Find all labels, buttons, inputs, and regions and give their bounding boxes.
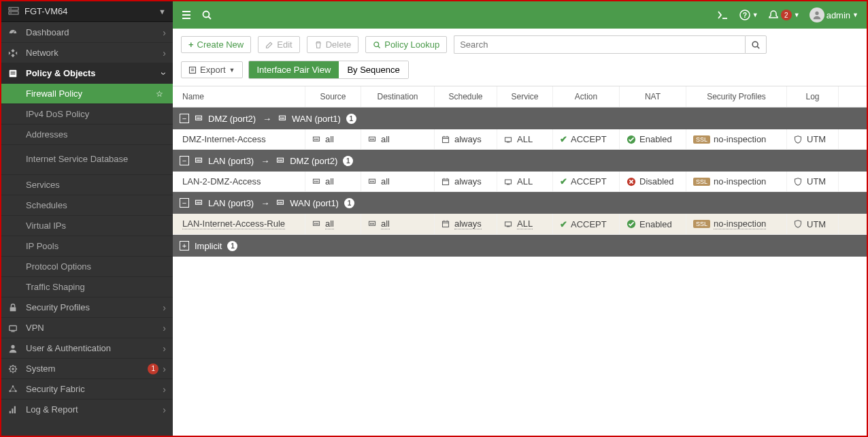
col-nat[interactable]: NAT — [620, 86, 686, 107]
svg-rect-1 — [9, 12, 18, 14]
cell-source: all — [305, 129, 361, 149]
policy-row[interactable]: LAN-Internet-Access-Rule all all always … — [173, 214, 867, 235]
avatar-icon — [809, 7, 824, 22]
notifications-icon[interactable]: 2 ▼ — [768, 10, 800, 20]
collapse-icon[interactable]: − — [180, 198, 189, 208]
export-button[interactable]: Export ▼ — [181, 61, 243, 78]
collapse-icon[interactable]: − — [180, 156, 189, 165]
create-new-button[interactable]: + Create New — [181, 36, 251, 53]
chevron-right-icon: › — [163, 363, 166, 374]
port-icon — [195, 114, 203, 123]
subnav-protocol-options[interactable]: Protocol Options — [1, 256, 173, 276]
address-icon — [312, 178, 322, 186]
calendar-icon — [441, 178, 451, 186]
search-icon[interactable] — [201, 10, 212, 20]
nav-dashboard[interactable]: Dashboard › — [1, 22, 173, 42]
policy-row[interactable]: LAN-2-DMZ-Access all all always ALL ✔ACC… — [173, 172, 867, 192]
nav-security-profiles[interactable]: Security Profiles › — [1, 297, 173, 317]
tab-interface-pair[interactable]: Interface Pair View — [249, 61, 339, 78]
svg-rect-93 — [373, 223, 375, 225]
subnav-ipv4-dos[interactable]: IPv4 DoS Policy — [1, 103, 173, 124]
cell-destination: all — [361, 172, 435, 191]
cli-icon[interactable] — [718, 10, 730, 20]
menu-icon[interactable] — [181, 10, 192, 20]
nav-network[interactable]: Network › — [1, 42, 173, 63]
chevron-right-icon: › — [163, 384, 166, 395]
svg-point-21 — [203, 12, 210, 18]
policy-lookup-button[interactable]: Policy Lookup — [365, 36, 447, 53]
search-box — [454, 35, 767, 54]
svg-rect-81 — [200, 202, 201, 204]
cell-security: SSLno-inspection — [686, 172, 787, 191]
implicit-group[interactable]: + Implicit 1 — [173, 235, 867, 257]
user-menu[interactable]: admin ▼ — [809, 7, 858, 22]
cell-name: LAN-2-DMZ-Access — [173, 172, 305, 191]
cell-schedule: always — [435, 172, 497, 191]
col-name[interactable]: Name — [173, 86, 305, 107]
nav-log-report-label: Log & Report — [26, 404, 163, 415]
chevron-right-icon: › — [163, 27, 166, 38]
svg-point-12 — [11, 344, 14, 348]
nav-vpn[interactable]: VPN › — [1, 317, 173, 338]
svg-rect-69 — [371, 180, 373, 182]
subnav-schedules[interactable]: Schedules — [1, 195, 173, 215]
ssl-badge: SSL — [693, 220, 710, 228]
lock-icon — [8, 303, 20, 312]
edit-button[interactable]: Edit — [258, 36, 299, 53]
port-icon — [276, 199, 284, 207]
ssl-badge: SSL — [693, 178, 710, 186]
col-log[interactable]: Log — [787, 86, 839, 107]
svg-point-14 — [12, 368, 14, 370]
svg-rect-89 — [318, 223, 319, 225]
svg-rect-19 — [12, 408, 13, 413]
col-action[interactable]: Action — [553, 86, 620, 107]
svg-rect-52 — [505, 137, 512, 142]
col-security[interactable]: Security Profiles — [686, 86, 787, 107]
collapse-icon[interactable]: − — [180, 114, 189, 123]
nav-log-report[interactable]: Log & Report › — [1, 399, 173, 419]
cell-destination: all — [361, 214, 435, 234]
svg-point-3 — [10, 12, 12, 14]
help-icon[interactable]: ? ▼ — [739, 10, 758, 20]
nav-user-auth[interactable]: User & Authentication › — [1, 338, 173, 358]
col-destination[interactable]: Destination — [361, 86, 435, 107]
col-source[interactable]: Source — [305, 86, 361, 107]
svg-rect-79 — [197, 202, 198, 204]
port-icon — [195, 157, 203, 165]
svg-rect-38 — [282, 118, 283, 119]
svg-rect-94 — [443, 221, 449, 227]
svg-rect-7 — [11, 71, 16, 72]
policy-submenu: Firewall Policy ☆ IPv4 DoS Policy Addres… — [1, 83, 173, 297]
col-schedule[interactable]: Schedule — [435, 86, 497, 107]
policy-group[interactable]: − LAN (port3) → DMZ (port2) 1 — [173, 150, 867, 172]
subnav-isdb[interactable]: Internet Service Database — [1, 144, 173, 174]
policy-row[interactable]: DMZ-Internet-Access all all always ALL ✔… — [173, 129, 867, 150]
col-service[interactable]: Service — [497, 86, 553, 107]
chevron-down-icon: ▼ — [229, 67, 235, 74]
svg-rect-64 — [314, 180, 316, 182]
nav-security-fabric[interactable]: Security Fabric › — [1, 378, 173, 399]
policy-group[interactable]: − DMZ (port2) → WAN (port1) 1 — [173, 108, 867, 129]
search-input[interactable] — [454, 35, 745, 54]
subnav-firewall-policy[interactable]: Firewall Policy ☆ — [1, 83, 173, 103]
subnav-addresses[interactable]: Addresses — [1, 124, 173, 144]
subnav-virtual-ips[interactable]: Virtual IPs — [1, 215, 173, 236]
subnav-services[interactable]: Services — [1, 174, 173, 195]
policy-group[interactable]: − LAN (port3) → WAN (port1) 1 — [173, 192, 867, 214]
nav-system[interactable]: System 1 › — [1, 358, 173, 378]
star-icon[interactable]: ☆ — [156, 89, 163, 99]
nav-system-label: System — [26, 363, 148, 374]
subnav-ip-pools[interactable]: IP Pools — [1, 236, 173, 256]
subnav-traffic-shaping[interactable]: Traffic Shaping — [1, 276, 173, 297]
svg-rect-11 — [11, 331, 14, 331]
device-selector[interactable]: FGT-VM64 ▼ — [1, 1, 173, 22]
implicit-label: Implicit — [195, 241, 222, 251]
search-button[interactable] — [745, 35, 767, 54]
tab-by-sequence[interactable]: By Sequence — [339, 61, 407, 78]
svg-rect-83 — [278, 202, 280, 204]
service-icon — [504, 220, 514, 228]
delete-button[interactable]: Delete — [307, 36, 359, 53]
nav-policy-objects[interactable]: Policy & Objects › — [1, 63, 173, 83]
arrow-icon: → — [261, 156, 269, 166]
expand-icon[interactable]: + — [180, 241, 189, 250]
